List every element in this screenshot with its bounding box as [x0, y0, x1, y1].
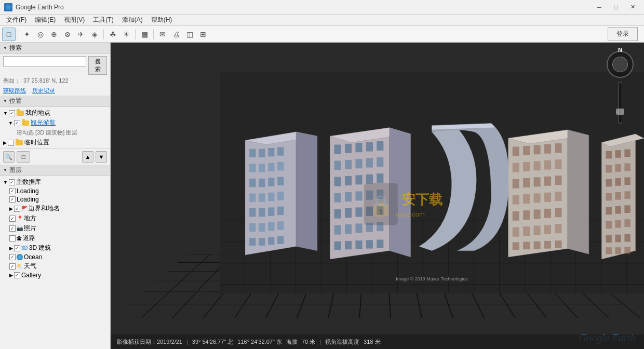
svg-rect-117: [606, 221, 611, 229]
svg-rect-79: [534, 177, 541, 186]
view-button[interactable]: □: [17, 151, 30, 163]
layer-gallery-checkbox[interactable]: ✓: [14, 272, 20, 278]
svg-rect-45: [366, 174, 373, 184]
layer-roads-item[interactable]: 🛣 道路: [0, 233, 110, 243]
my-places-item[interactable]: ▼ ✓ 我的地点: [0, 108, 110, 118]
svg-rect-82: [513, 195, 519, 205]
3d-icon: 3D: [21, 245, 28, 251]
layer-gallery-arrow[interactable]: ▶: [9, 273, 13, 278]
menu-add[interactable]: 添加(A): [118, 15, 147, 25]
svg-rect-114: [606, 207, 611, 215]
menu-view[interactable]: 视图(V): [60, 15, 89, 25]
toolbar-print-button[interactable]: 🖨: [169, 28, 183, 41]
toolbar-layers-button[interactable]: ☘: [106, 28, 119, 41]
toolbar-share-button[interactable]: ⊞: [196, 28, 210, 41]
layer-loading1-checkbox[interactable]: ✓: [9, 188, 16, 194]
main-db-checkbox[interactable]: ✓: [9, 179, 15, 185]
svg-rect-107: [624, 163, 630, 171]
toolbar-export-button[interactable]: ◫: [183, 28, 196, 41]
menu-edit[interactable]: 编辑(E): [31, 15, 60, 25]
temp-places-checkbox[interactable]: [8, 140, 14, 146]
nav-slider[interactable]: [618, 82, 622, 124]
my-places-arrow[interactable]: ▼: [3, 111, 8, 116]
toolbar-sun-button[interactable]: ☀: [119, 28, 133, 41]
positions-section-label: 位置: [9, 97, 22, 105]
places-icon: 📍: [17, 216, 23, 221]
statusbar: 影像捕获日期：2019/2/21 | 39° 54'26.77" 北 116° …: [111, 334, 644, 349]
svg-rect-46: [377, 173, 383, 183]
layer-loading1-label: Loading: [17, 187, 39, 195]
down-button[interactable]: ▼: [96, 151, 107, 163]
positions-section-header[interactable]: ▼ 位置: [0, 96, 110, 107]
layer-ocean-checkbox[interactable]: ✓: [9, 254, 16, 260]
svg-rect-73: [523, 162, 530, 171]
layer-weather-item[interactable]: ✓ ⛅ 天气: [0, 261, 110, 271]
temp-places-item[interactable]: ▶ 临时位置: [0, 138, 110, 147]
titlebar: Google Earth Pro ─ □ ✕: [0, 0, 644, 15]
layer-gallery-item[interactable]: ▶ ✓ Gallery: [0, 271, 110, 279]
layer-3d-arrow[interactable]: ▶: [9, 246, 13, 251]
tourism-item[interactable]: ▼ ✓ 観光游覧: [0, 118, 110, 128]
toolbar-nav5-button[interactable]: ✈: [74, 28, 88, 41]
toolbar-nav2-button[interactable]: ◎: [34, 28, 47, 41]
svg-rect-63: [345, 241, 352, 249]
search-section-header[interactable]: ▼ 搜索: [0, 43, 110, 54]
layer-loading2-item[interactable]: ✓ Loading: [0, 195, 110, 204]
svg-rect-92: [513, 227, 519, 237]
map-area[interactable]: 🔒 安下载 anxz.com Image © 2019 Maxar Techno…: [111, 43, 644, 349]
menu-help[interactable]: 帮助(H): [147, 15, 177, 25]
flag-icon: 🚩: [21, 206, 28, 211]
layer-borders-item[interactable]: ▶ ✓ 🚩 边界和地名: [0, 204, 110, 213]
search-input[interactable]: [3, 56, 86, 66]
layer-photos-item[interactable]: ✓ 📷 照片: [0, 223, 110, 233]
layer-places-item[interactable]: ✓ 📍 地方: [0, 213, 110, 223]
layer-borders-arrow[interactable]: ▶: [9, 206, 13, 211]
layer-loading2-checkbox[interactable]: ✓: [9, 196, 16, 203]
history-link[interactable]: 历史记录: [32, 87, 55, 95]
layer-borders-checkbox[interactable]: ✓: [14, 206, 20, 212]
toolbar-nav6-button[interactable]: ◈: [88, 28, 101, 41]
svg-rect-10: [268, 163, 274, 171]
layer-photos-checkbox[interactable]: ✓: [9, 225, 16, 232]
menu-tools[interactable]: 工具(T): [89, 15, 117, 25]
search-button[interactable]: 搜索: [88, 56, 107, 75]
toolbar-nav3-button[interactable]: ⊕: [47, 28, 61, 41]
compass-ring[interactable]: N: [607, 51, 634, 78]
menu-file[interactable]: 文件(F): [2, 15, 31, 25]
svg-rect-35: [366, 142, 373, 152]
layer-3d-checkbox[interactable]: ✓: [14, 245, 20, 251]
up-button[interactable]: ▲: [82, 151, 93, 163]
close-button[interactable]: ✕: [625, 2, 640, 12]
search-links: 获取路线 历史记录: [0, 86, 110, 96]
status-view-value: 318 米: [364, 338, 380, 346]
look-button[interactable]: 🔍: [3, 151, 15, 163]
layer-places-checkbox[interactable]: ✓: [9, 216, 16, 222]
svg-rect-78: [523, 178, 530, 187]
layer-ocean-item[interactable]: ✓ Ocean: [0, 253, 110, 261]
temp-places-arrow[interactable]: ▶: [3, 140, 7, 145]
svg-rect-33: [345, 144, 352, 153]
toolbar-select-button[interactable]: □: [2, 28, 16, 41]
layer-ocean-label: Ocean: [24, 253, 42, 261]
nav-compass[interactable]: N: [605, 51, 636, 134]
toolbar-nav4-button[interactable]: ⊗: [61, 28, 74, 41]
layer-loading1-item[interactable]: ✓ Loading: [0, 187, 110, 195]
toolbar-grid-button[interactable]: ▦: [138, 28, 151, 41]
layers-section-header[interactable]: ▼ 图层: [0, 165, 110, 176]
main-db-item[interactable]: ▼ ✓ 主数据库: [0, 177, 110, 187]
layer-3d-item[interactable]: ▶ ✓ 3D 3D 建筑: [0, 243, 110, 253]
svg-rect-41: [377, 157, 383, 167]
toolbar-nav1-button[interactable]: ✦: [20, 28, 34, 41]
login-button[interactable]: 登录: [608, 27, 638, 41]
layer-roads-checkbox[interactable]: [9, 235, 16, 241]
toolbar-email-button[interactable]: ✉: [156, 28, 169, 41]
maximize-button[interactable]: □: [609, 2, 623, 12]
tourism-checkbox[interactable]: ✓: [14, 120, 20, 126]
main-db-arrow[interactable]: ▼: [3, 180, 8, 185]
get-route-link[interactable]: 获取路线: [3, 87, 26, 95]
tourism-arrow[interactable]: ▼: [8, 120, 13, 126]
my-places-checkbox[interactable]: ✓: [9, 110, 15, 116]
layer-weather-checkbox[interactable]: ✓: [9, 263, 16, 270]
minimize-button[interactable]: ─: [592, 2, 607, 12]
svg-rect-81: [555, 176, 561, 185]
